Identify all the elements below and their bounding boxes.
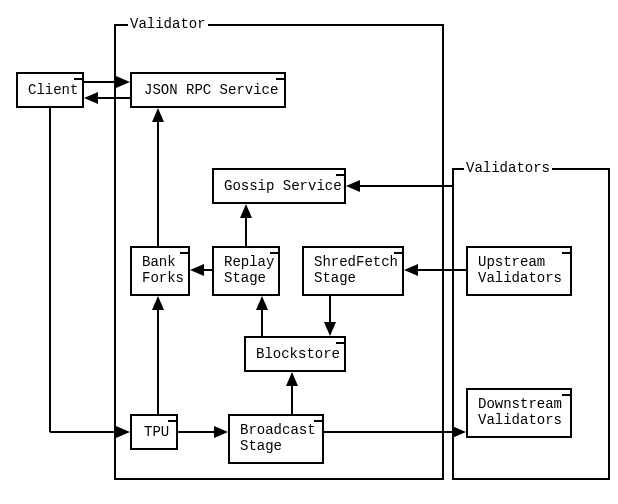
json-rpc-label: JSON RPC Service <box>142 82 280 98</box>
bank-forks-label: Bank Forks <box>140 254 186 286</box>
diagram-stage: Validator Validators Client JSON RPC Ser… <box>0 0 618 504</box>
gossip-label: Gossip Service <box>222 178 344 194</box>
client-label: Client <box>26 82 80 98</box>
replay-stage-label: Replay Stage <box>222 254 276 286</box>
validators-title: Validators <box>464 160 552 176</box>
broadcast-stage-label: Broadcast Stage <box>238 422 318 454</box>
validator-title: Validator <box>128 16 208 32</box>
upstream-validators-label: Upstream Validators <box>476 254 564 286</box>
blockstore-label: Blockstore <box>254 346 342 362</box>
downstream-validators-label: Downstream Validators <box>476 396 564 428</box>
shredfetch-stage-label: ShredFetch Stage <box>312 254 400 286</box>
tpu-label: TPU <box>142 424 171 440</box>
